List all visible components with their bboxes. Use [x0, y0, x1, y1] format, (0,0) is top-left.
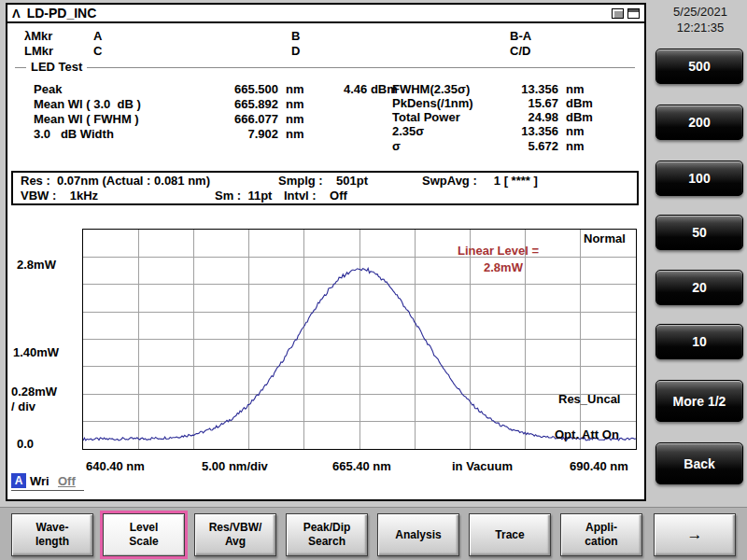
trace-state-label: Off — [58, 474, 76, 488]
fkey-label: cation — [585, 535, 617, 549]
meas-pkdens-unit: dBm — [566, 96, 593, 110]
fkey-label: Search — [308, 535, 345, 549]
softkey-50[interactable]: 50 — [655, 215, 743, 250]
meas-235sigma-value: 13.356 — [493, 124, 558, 138]
meas-peak-name: Peak — [34, 82, 62, 96]
meas-totalpower-value: 24.98 — [493, 110, 558, 124]
osa-screen: Λ LD-PD_INC λMkr A B B-A LMkr C D C/D LE… — [0, 0, 747, 560]
date-label: 5/25/2021 — [654, 5, 747, 21]
meas-meanfwhm-value: 666.077 — [196, 112, 278, 126]
fkey-label: length — [35, 535, 69, 549]
fkey-label: Scale — [129, 535, 158, 549]
x-label-left: 640.40 nm — [86, 459, 145, 473]
function-key-application[interactable]: Appli- cation — [560, 513, 642, 556]
x-label-vacuum: in Vacuum — [452, 459, 513, 473]
function-key-res-vbw-avg[interactable]: Res/VBW/ Avg — [194, 513, 276, 556]
softkey-100[interactable]: 100 — [655, 161, 743, 196]
meas-235sigma-name: 2.35σ — [392, 124, 424, 138]
function-key-analysis[interactable]: Analysis — [377, 513, 459, 556]
function-key-wavelength[interactable]: Wave- length — [11, 513, 93, 556]
swpavg-value: SwpAvg : 1 [ **** ] — [422, 174, 538, 188]
fkey-label: Avg — [225, 535, 246, 549]
wl-marker-label: λMkr — [24, 29, 52, 43]
intvl-value: Intvl : Off — [284, 189, 347, 203]
trace-a-badge[interactable]: A — [11, 473, 26, 488]
meas-sigma-name: σ — [392, 139, 401, 153]
softkey-back[interactable]: Back — [655, 442, 743, 484]
trace-mode-label: Normal — [584, 231, 626, 245]
softkey-20[interactable]: 20 — [655, 270, 743, 305]
softkey-more[interactable]: More 1/2 — [655, 380, 743, 422]
softkey-500[interactable]: 500 — [655, 49, 743, 84]
meas-mean3db-name: Mean Wl ( 3.0 dB ) — [34, 97, 141, 111]
res-uncal-label: Res_Uncal — [558, 392, 620, 406]
y-label-div: 0.28mW — [11, 385, 57, 399]
marker-cd-label: C/D — [510, 44, 530, 58]
smplg-value: Smplg : 501pt — [278, 174, 368, 188]
meas-mean3db-value: 665.892 — [196, 97, 278, 111]
vbw-value: VBW : 1kHz — [21, 189, 98, 203]
linear-level-label: Linear Level = — [458, 244, 539, 258]
marker-c-label: C — [93, 44, 102, 58]
app-logo-icon: Λ — [12, 7, 21, 21]
led-test-groupline: LED Test — [15, 67, 635, 68]
meas-meanfwhm-name: Mean Wl ( FWHM ) — [34, 112, 139, 126]
meas-totalpower-name: Total Power — [392, 110, 460, 124]
trace-status-rule — [11, 490, 84, 491]
time-label: 12:21:35 — [654, 21, 747, 36]
function-key-peak-dip-search[interactable]: Peak/Dip Search — [286, 513, 368, 556]
function-key-trace[interactable]: Trace — [469, 513, 551, 556]
softkey-200[interactable]: 200 — [655, 105, 743, 140]
y-label-mid: 1.40mW — [13, 345, 59, 359]
function-key-more-arrow-icon[interactable]: → — [654, 513, 736, 556]
meas-totalpower-unit: dBm — [566, 110, 593, 124]
marker-d-label: D — [291, 44, 300, 58]
x-label-center: 665.40 nm — [332, 459, 391, 473]
sm-value: Sm : 11pt — [215, 189, 272, 203]
lvl-marker-label: LMkr — [24, 44, 53, 58]
fkey-label: Res/VBW/ — [209, 521, 262, 535]
meas-sigma-unit: nm — [566, 139, 585, 153]
linear-level-value: 2.8mW — [484, 260, 523, 274]
res-value: Res : 0.07nm (Actual : 0.081 nm) — [21, 174, 210, 188]
y-label-top: 2.8mW — [17, 258, 56, 272]
meas-peak-value: 665.500 — [196, 82, 278, 96]
fkey-label: Wave- — [36, 521, 69, 535]
window-title: LD-PD_INC — [27, 6, 97, 21]
meas-235sigma-unit: nm — [566, 124, 585, 138]
window-minimize-icon[interactable] — [627, 8, 640, 19]
titlebar: Λ LD-PD_INC — [6, 3, 646, 23]
marker-a-label: A — [93, 29, 102, 43]
meas-pkdens-value: 15.67 — [493, 96, 558, 110]
spectrum-plot[interactable] — [82, 229, 637, 450]
meas-fwhm-unit: nm — [566, 82, 585, 96]
window-restore-icon[interactable] — [612, 8, 624, 19]
function-key-level-scale[interactable]: Level Scale — [103, 513, 185, 556]
meas-mean3db-unit: nm — [286, 97, 304, 111]
fkey-label: Level — [130, 521, 159, 535]
fkey-label: Trace — [495, 528, 524, 542]
x-label-div: 5.00 nm/div — [202, 459, 268, 473]
trace-write-label: Wri — [30, 474, 49, 488]
meas-fwhm-name: FWHM(2.35σ) — [392, 82, 470, 96]
y-label-div2: / div — [11, 399, 35, 413]
meas-peak-level: 4.46 dBm — [344, 82, 398, 96]
meas-width-unit: nm — [286, 127, 304, 141]
y-label-zero: 0.0 — [17, 437, 34, 451]
meas-peak-unit: nm — [286, 82, 304, 96]
meas-pkdens-name: PkDens(/1nm) — [392, 96, 473, 110]
softkey-10[interactable]: 10 — [655, 324, 743, 359]
fkey-label: Peak/Dip — [303, 521, 351, 535]
marker-ba-label: B-A — [510, 29, 531, 43]
meas-sigma-value: 5.672 — [493, 139, 558, 153]
arrow-icon: → — [687, 525, 703, 544]
meas-meanfwhm-unit: nm — [286, 112, 304, 126]
meas-fwhm-value: 13.356 — [493, 82, 558, 96]
fkey-label: Analysis — [395, 528, 441, 542]
meas-width-name: 3.0 dB Width — [34, 127, 114, 141]
meas-width-value: 7.902 — [196, 127, 278, 141]
opt-att-label: Opt. Att On — [555, 427, 619, 441]
x-label-right: 690.40 nm — [570, 459, 628, 473]
spectrum-trace-svg — [83, 230, 636, 449]
datetime: 5/25/2021 12:21:35 — [654, 5, 747, 36]
